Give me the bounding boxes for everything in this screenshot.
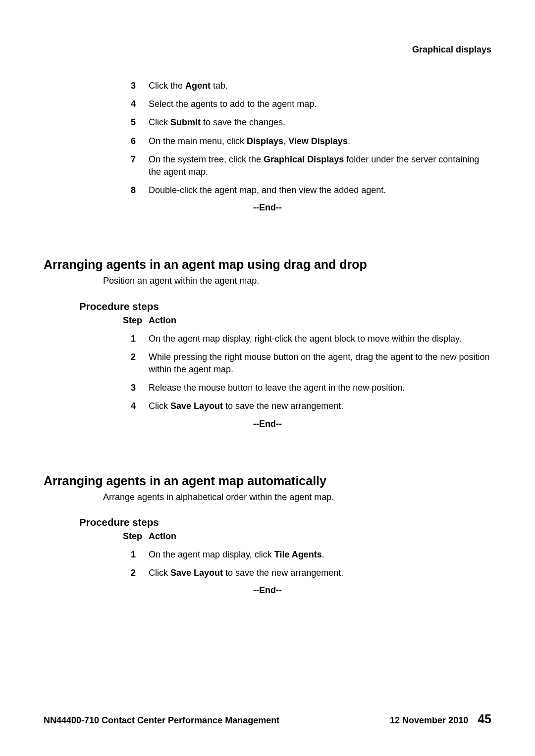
- bold-text: Agent: [185, 81, 211, 91]
- steps-header-1: Step Action: [118, 314, 491, 327]
- bold-text: Save Layout: [170, 401, 223, 411]
- step-text: Double-click the agent map, and then vie…: [149, 184, 491, 197]
- steps-header-2: Step Action: [118, 530, 491, 543]
- step-row: 4Click Save Layout to save the new arran…: [118, 400, 491, 412]
- step-text: Click Submit to save the changes.: [149, 116, 491, 129]
- step-number: 5: [118, 116, 149, 129]
- footer-date: 12 November 2010: [390, 715, 468, 725]
- step-text: Click the Agent tab.: [149, 80, 491, 92]
- step-row: 7On the system tree, click the Graphical…: [118, 153, 491, 178]
- bold-text: Graphical Displays: [264, 154, 344, 164]
- step-number: 7: [118, 153, 149, 178]
- step-row: 5Click Submit to save the changes.: [118, 116, 491, 129]
- steps-list-2: Step Action 1On the agent map display, c…: [118, 530, 491, 580]
- step-text: On the agent map display, click Tile Age…: [149, 549, 491, 561]
- step-text: On the agent map display, right-click th…: [149, 333, 491, 345]
- bold-text: Submit: [170, 117, 201, 127]
- section-title-2: Arranging agents in an agent map automat…: [44, 474, 491, 488]
- end-marker: --End--: [44, 419, 491, 429]
- page-header: Graphical displays: [44, 45, 491, 55]
- step-row: 4Select the agents to add to the agent m…: [118, 98, 491, 110]
- bold-text: View Displays: [288, 136, 348, 146]
- step-text: On the system tree, click the Graphical …: [149, 153, 491, 178]
- step-number: 1: [118, 549, 149, 561]
- step-text: While pressing the right mouse button on…: [149, 351, 491, 376]
- step-number: 2: [118, 567, 149, 579]
- end-marker: --End--: [44, 202, 491, 213]
- step-number: 1: [118, 333, 149, 345]
- step-label: Step: [118, 314, 149, 327]
- step-text: Click Save Layout to save the new arrang…: [149, 400, 491, 412]
- top-steps-list: 3Click the Agent tab.4Select the agents …: [118, 80, 491, 197]
- step-row: 2Click Save Layout to save the new arran…: [118, 567, 491, 579]
- footer-page-number: 45: [478, 712, 491, 726]
- step-text: Select the agents to add to the agent ma…: [149, 98, 491, 110]
- bold-text: Save Layout: [170, 568, 223, 578]
- step-number: 4: [118, 400, 149, 412]
- action-label: Action: [149, 314, 491, 327]
- step-number: 4: [118, 98, 149, 110]
- section-intro-1: Position an agent within the agent map.: [103, 275, 491, 287]
- action-label: Action: [149, 530, 491, 543]
- step-row: 3Click the Agent tab.: [118, 80, 491, 92]
- step-text: On the main menu, click Displays, View D…: [149, 135, 491, 148]
- procedure-steps-title-2: Procedure steps: [79, 516, 491, 528]
- procedure-steps-title-1: Procedure steps: [79, 301, 491, 312]
- steps-list-1: Step Action 1On the agent map display, r…: [118, 314, 491, 413]
- step-number: 2: [118, 351, 149, 376]
- page-content: Graphical displays 3Click the Agent tab.…: [0, 0, 535, 596]
- footer-right: 12 November 2010 45: [390, 712, 491, 726]
- bold-text: Displays: [247, 136, 283, 146]
- step-number: 3: [118, 382, 149, 394]
- step-row: 2While pressing the right mouse button o…: [118, 351, 491, 376]
- step-text: Click Save Layout to save the new arrang…: [149, 567, 491, 579]
- step-number: 8: [118, 184, 149, 197]
- step-text: Release the mouse button to leave the ag…: [149, 382, 491, 394]
- step-row: 6On the main menu, click Displays, View …: [118, 135, 491, 148]
- step-row: 8Double-click the agent map, and then vi…: [118, 184, 491, 197]
- step-row: 1On the agent map display, right-click t…: [118, 333, 491, 345]
- step-number: 3: [118, 80, 149, 92]
- bold-text: Tile Agents: [274, 550, 322, 559]
- footer-doc-id: NN44400-710 Contact Center Performance M…: [44, 715, 279, 726]
- step-label: Step: [118, 530, 149, 543]
- page-footer: NN44400-710 Contact Center Performance M…: [44, 712, 491, 726]
- end-marker: --End--: [44, 585, 491, 596]
- step-number: 6: [118, 135, 149, 148]
- section-intro-2: Arrange agents in alphabetical order wit…: [103, 491, 491, 504]
- step-row: 1On the agent map display, click Tile Ag…: [118, 549, 491, 561]
- section-title-1: Arranging agents in an agent map using d…: [44, 257, 491, 272]
- step-row: 3Release the mouse button to leave the a…: [118, 382, 491, 394]
